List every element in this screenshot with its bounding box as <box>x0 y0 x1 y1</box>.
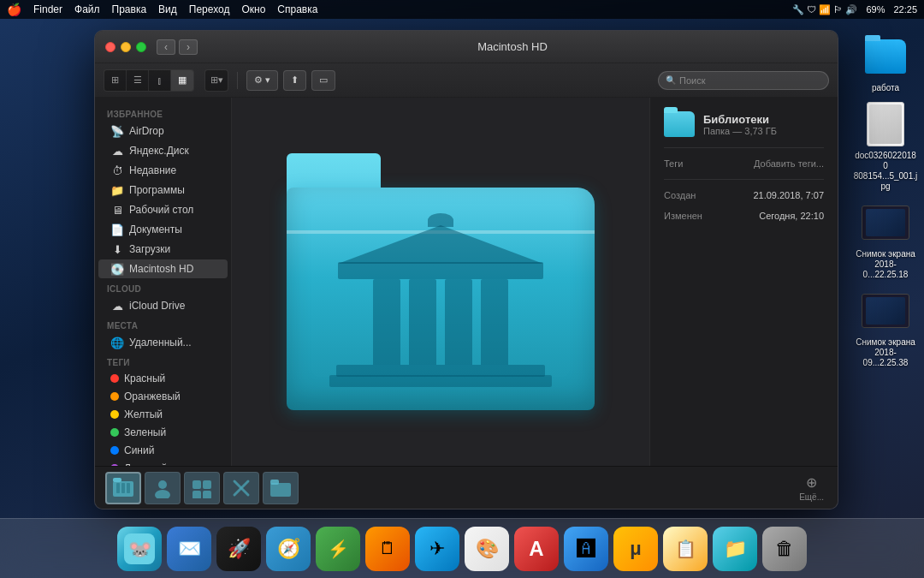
action-button[interactable]: ⚙ ▾ <box>246 70 278 91</box>
nav-buttons: ‹ › <box>157 39 198 55</box>
forward-button[interactable]: › <box>179 39 198 55</box>
dock-paint[interactable]: 🎨 <box>465 527 509 571</box>
tag-dot-orange <box>110 392 119 401</box>
svg-rect-4 <box>127 483 130 493</box>
sidebar-places-label: Места <box>95 316 231 332</box>
dock-torrent[interactable]: μ <box>613 527 658 571</box>
dock-files[interactable]: 📁 <box>713 527 757 571</box>
dock-app1[interactable]: ⚡ <box>316 527 360 571</box>
icloud-icon: ☁ <box>110 299 124 313</box>
tag-dot-yellow <box>110 410 119 419</box>
sidebar-item-remote[interactable]: 🌐 Удаленный... <box>98 333 228 352</box>
sidebar-item-yandex[interactable]: ☁ Яндекс.Диск <box>98 141 228 160</box>
sidebar-item-icloud[interactable]: ☁ iCloud Drive <box>98 296 228 315</box>
library-dome <box>428 213 453 227</box>
svg-rect-10 <box>203 491 211 498</box>
desktop-icon-img[interactable]: doc03260220180 808154...5_001.jpg <box>851 100 920 192</box>
sidebar-label-recent: Недавние <box>129 164 176 176</box>
sidebar-item-documents[interactable]: 📄 Документы <box>98 220 228 239</box>
group-btn[interactable]: ⊞▾ <box>205 70 228 91</box>
sidebar-label-apps: Программы <box>129 184 185 196</box>
maximize-button[interactable] <box>136 42 146 52</box>
thumb-person[interactable] <box>145 472 181 504</box>
thumb-apps[interactable] <box>184 472 220 504</box>
desktop-icon-screenshot1[interactable]: Снимок экрана 2018-0...22.25.18 <box>851 199 920 280</box>
thumb-library[interactable] <box>105 472 141 504</box>
view-column-btn[interactable]: ⫿ <box>149 70 171 91</box>
desktop-icon-screenshot2[interactable]: Снимок экрана 2018-09...2.25.38 <box>851 287 920 368</box>
sidebar-item-macintosh[interactable]: 💽 Macintosh HD <box>98 259 228 278</box>
inspector-header: Библиотеки Папка — 3,73 ГБ <box>664 111 824 137</box>
remote-icon: 🌐 <box>110 336 124 349</box>
dock-text-app[interactable]: A <box>514 527 559 571</box>
inspector-created-value: 21.09.2018, 7:07 <box>753 190 824 200</box>
documents-icon: 📄 <box>110 223 124 236</box>
menu-help[interactable]: Справка <box>277 3 317 15</box>
desktop-icon-label: работа <box>872 83 899 93</box>
file-area[interactable] <box>232 98 649 466</box>
sidebar-tag-red[interactable]: Красный <box>98 370 228 387</box>
dock-safari[interactable]: 🧭 <box>266 527 311 571</box>
dock-launchpad[interactable]: 🚀 <box>216 527 261 571</box>
library-columns <box>345 279 536 365</box>
dock-telegram[interactable]: ✈ <box>415 527 459 571</box>
sidebar-label-blue: Синий <box>124 444 154 456</box>
share-button[interactable]: ⬆ <box>283 70 306 91</box>
dock-app2[interactable]: 🗒 <box>365 527 410 571</box>
sidebar-label-orange: Оранжевый <box>124 390 181 402</box>
tag-dot-red <box>110 374 119 383</box>
menu-window[interactable]: Окно <box>241 3 265 15</box>
sidebar-label-yellow: Желтый <box>124 408 163 420</box>
inspector-tags-row: Теги Добавить теги... <box>664 158 824 169</box>
menu-go[interactable]: Переход <box>189 3 230 15</box>
inspector-divider-2 <box>664 179 824 180</box>
minimize-button[interactable] <box>121 42 131 52</box>
dock-mail[interactable]: ✉️ <box>167 527 211 571</box>
bottom-more[interactable]: ⊕ Ещё... <box>785 474 838 502</box>
desktop-icon: 🖥 <box>110 203 124 217</box>
apple-menu[interactable]: 🍎 <box>7 3 21 16</box>
view-list-btn[interactable]: ☰ <box>127 70 149 91</box>
search-placeholder: Поиск <box>679 75 705 86</box>
dock-finder[interactable]: 🐭 <box>117 527 162 571</box>
menubar: 🍎 Finder Файл Правка Вид Переход Окно Сп… <box>0 0 924 19</box>
sidebar-tag-purple[interactable]: Лиловый <box>98 460 228 466</box>
dock-notes[interactable]: 📋 <box>663 527 708 571</box>
sidebar-item-desktop[interactable]: 🖥 Рабочий стол <box>98 200 228 219</box>
back-button[interactable]: ‹ <box>157 39 175 55</box>
sidebar-tag-blue[interactable]: Синий <box>98 442 228 459</box>
sidebar-item-recent[interactable]: ⏱ Недавние <box>98 161 228 180</box>
window-title: Macintosh HD <box>477 40 548 53</box>
thumb-folder[interactable] <box>263 472 299 504</box>
dock-appstore[interactable]: 🅰 <box>564 527 608 571</box>
sidebar-tag-green[interactable]: Зеленый <box>98 424 228 441</box>
toolbar-separator <box>237 72 238 89</box>
preview-button[interactable]: ▭ <box>311 70 335 91</box>
more-label: Ещё... <box>799 492 824 502</box>
menu-file[interactable]: Файл <box>74 3 100 15</box>
sidebar-item-apps[interactable]: 📁 Программы <box>98 181 228 200</box>
view-gallery-btn[interactable]: ▦ <box>171 70 193 91</box>
svg-point-6 <box>155 490 170 498</box>
inspector-tags-placeholder[interactable]: Добавить теги... <box>754 158 824 169</box>
svg-rect-1 <box>113 478 121 482</box>
svg-rect-3 <box>121 483 125 493</box>
search-bar[interactable]: 🔍 Поиск <box>658 71 829 90</box>
inspector-modified-value: Сегодня, 22:10 <box>759 211 824 221</box>
sidebar-label-documents: Документы <box>129 223 182 235</box>
menu-view[interactable]: Вид <box>158 3 177 15</box>
menu-edit[interactable]: Правка <box>112 3 147 15</box>
dock-trash[interactable]: 🗑 <box>762 527 807 571</box>
sidebar-label-green: Зеленый <box>124 426 166 438</box>
sidebar-tag-yellow[interactable]: Желтый <box>98 406 228 423</box>
sidebar-tag-orange[interactable]: Оранжевый <box>98 388 228 405</box>
view-icon-btn[interactable]: ⊞ <box>104 70 127 91</box>
desktop-icon-rabota[interactable]: работа <box>851 33 920 93</box>
inspector-tags-label: Теги <box>664 158 683 169</box>
sidebar-item-airdrop[interactable]: 📡 AirDrop <box>98 122 228 140</box>
menu-finder[interactable]: Finder <box>33 3 62 15</box>
sidebar-item-downloads[interactable]: ⬇ Загрузки <box>98 240 228 259</box>
big-folder-icon <box>287 153 595 410</box>
close-button[interactable] <box>105 42 116 52</box>
thumb-x[interactable] <box>223 472 259 504</box>
